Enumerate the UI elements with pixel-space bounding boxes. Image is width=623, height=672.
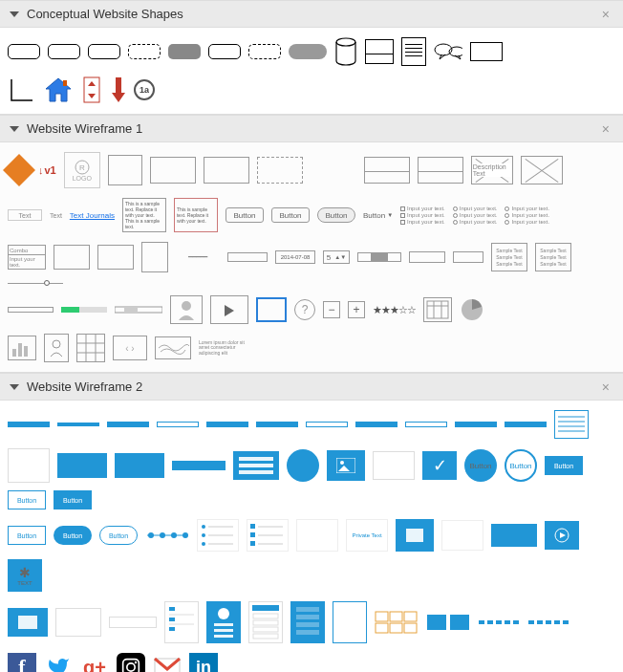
pill-button-blue[interactable]: Button bbox=[54, 526, 92, 545]
minus-icon[interactable]: − bbox=[323, 301, 340, 318]
outline-strip[interactable] bbox=[157, 422, 199, 427]
user-card-icon[interactable] bbox=[44, 334, 69, 362]
search-box[interactable] bbox=[409, 251, 445, 263]
lorem-text[interactable]: Lorem ipsum dolor sit amet consectetur a… bbox=[199, 340, 247, 357]
arrow-down-icon[interactable] bbox=[111, 76, 126, 104]
blue-panel[interactable] bbox=[115, 453, 164, 478]
pie-chart-icon[interactable] bbox=[460, 297, 484, 322]
radio-group[interactable]: Input your text. Input your text. Input … bbox=[505, 206, 549, 225]
paragraph-box[interactable]: This is a sample text. Replace it with y… bbox=[122, 198, 166, 232]
section-header-wireframe1[interactable]: Website Wireframe 1 × bbox=[0, 115, 623, 142]
googleplus-icon[interactable]: g+ bbox=[80, 653, 109, 672]
calendar-icon[interactable] bbox=[423, 297, 452, 322]
timeline[interactable] bbox=[145, 529, 189, 542]
progress-bar-green[interactable] bbox=[61, 307, 107, 313]
image-placeholder-dashed[interactable] bbox=[257, 157, 303, 184]
gmail-icon[interactable] bbox=[153, 653, 182, 672]
outline-button[interactable]: Button bbox=[8, 490, 46, 509]
text-label[interactable]: Text bbox=[50, 212, 62, 219]
crossed-box[interactable] bbox=[521, 156, 563, 184]
check-list[interactable] bbox=[247, 519, 289, 552]
circle-button-outline[interactable]: Button bbox=[505, 449, 537, 482]
grid-icon[interactable] bbox=[76, 334, 105, 362]
horizontal-bar[interactable]: ━━━━━ bbox=[176, 253, 220, 261]
blue-strip[interactable] bbox=[256, 422, 298, 427]
date-picker[interactable]: 2014-07-08 bbox=[275, 250, 315, 264]
cylinder-icon[interactable] bbox=[334, 37, 357, 66]
radio-group[interactable]: Input your text. Input your text. Input … bbox=[453, 206, 498, 225]
plus-icon[interactable]: + bbox=[348, 301, 365, 318]
two-column[interactable] bbox=[426, 614, 470, 631]
section-header-wireframe2[interactable]: Website Wireframe 2 × bbox=[0, 373, 623, 401]
video-player-icon[interactable] bbox=[210, 295, 248, 324]
dashed-button-shape[interactable] bbox=[248, 44, 281, 59]
text-label-box[interactable]: Text bbox=[8, 209, 42, 221]
progress-bar[interactable] bbox=[357, 252, 401, 262]
instagram-icon[interactable] bbox=[117, 653, 145, 672]
facebook-icon[interactable]: f bbox=[8, 653, 36, 672]
blue-strip[interactable] bbox=[57, 423, 99, 426]
mobile-frame-blue[interactable] bbox=[206, 601, 241, 643]
image-placeholder[interactable] bbox=[108, 155, 142, 185]
close-icon[interactable]: × bbox=[598, 122, 613, 136]
blue-strip[interactable] bbox=[505, 422, 547, 427]
rounded-button-shape[interactable] bbox=[208, 44, 241, 59]
diamond-icon[interactable] bbox=[8, 159, 31, 182]
text-block[interactable] bbox=[296, 519, 338, 552]
tab-group[interactable] bbox=[97, 245, 134, 270]
monitor-icon[interactable] bbox=[256, 297, 287, 322]
button-dropdown[interactable]: Button▼ bbox=[363, 211, 393, 220]
tab-group[interactable] bbox=[54, 245, 90, 270]
window-frame[interactable] bbox=[55, 608, 101, 637]
blue-panel-outline[interactable] bbox=[554, 410, 589, 439]
close-icon[interactable]: × bbox=[598, 380, 613, 394]
bar-empty[interactable] bbox=[8, 307, 54, 313]
spinner-input[interactable]: 5▲▼ bbox=[323, 250, 350, 264]
blue-wide-panel[interactable] bbox=[491, 524, 537, 547]
blue-button[interactable]: Button bbox=[54, 490, 92, 509]
slider[interactable] bbox=[8, 280, 50, 286]
map-icon[interactable] bbox=[155, 336, 191, 359]
blue-strip[interactable] bbox=[8, 422, 50, 427]
circle-button[interactable] bbox=[287, 449, 319, 482]
pill-button-outline[interactable]: Button bbox=[99, 526, 138, 545]
blue-strip[interactable] bbox=[107, 422, 149, 427]
browser-window-icon[interactable] bbox=[365, 39, 394, 64]
blue-button[interactable]: Button bbox=[545, 456, 583, 475]
outline-strip[interactable] bbox=[306, 422, 348, 427]
button-wireframe[interactable]: Button bbox=[271, 207, 310, 223]
list-box[interactable]: Sample TextSample TextSample Text bbox=[535, 243, 571, 271]
speech-bubbles-icon[interactable] bbox=[434, 41, 462, 62]
browser-frame[interactable] bbox=[364, 157, 410, 184]
image-placeholder-borderless[interactable] bbox=[311, 157, 356, 184]
blue-bar[interactable] bbox=[172, 461, 226, 470]
description-box[interactable]: Description Text bbox=[471, 156, 513, 184]
button-wireframe[interactable]: Button bbox=[226, 207, 264, 223]
form-panel[interactable] bbox=[233, 451, 279, 480]
twitter-icon[interactable] bbox=[44, 653, 73, 672]
angle-connector-icon[interactable] bbox=[8, 76, 36, 104]
horizontal-card[interactable] bbox=[441, 520, 483, 551]
outline-button[interactable]: Button bbox=[8, 526, 46, 545]
checkbox-group[interactable]: Input your text. Input your text. Input … bbox=[400, 206, 445, 225]
input-field[interactable] bbox=[227, 252, 268, 262]
dashed-button-shape[interactable] bbox=[128, 44, 161, 59]
blue-strip[interactable] bbox=[355, 422, 397, 427]
list-box[interactable]: Sample TextSample TextSample Text bbox=[491, 243, 527, 271]
image-placeholder-wide[interactable] bbox=[150, 157, 196, 184]
linkedin-icon[interactable]: in bbox=[189, 653, 218, 672]
document-icon[interactable] bbox=[401, 37, 426, 66]
image-placeholder-wide[interactable] bbox=[204, 157, 249, 184]
link-text[interactable]: Text Journals bbox=[70, 211, 115, 220]
gear-block[interactable]: ✱TEXT bbox=[8, 559, 42, 592]
logo-placeholder[interactable]: RLOGO bbox=[64, 152, 100, 188]
browser-frame[interactable] bbox=[418, 157, 463, 184]
bar-chart-icon[interactable] bbox=[8, 336, 36, 360]
star-rating[interactable]: ★★★☆☆ bbox=[373, 304, 416, 316]
toolbar[interactable] bbox=[109, 617, 157, 628]
outline-strip[interactable] bbox=[405, 422, 447, 427]
rectangle-shape[interactable] bbox=[470, 42, 503, 61]
home-icon[interactable] bbox=[44, 76, 73, 103]
mobile-outline[interactable] bbox=[333, 601, 367, 643]
help-icon[interactable]: ? bbox=[294, 299, 315, 320]
